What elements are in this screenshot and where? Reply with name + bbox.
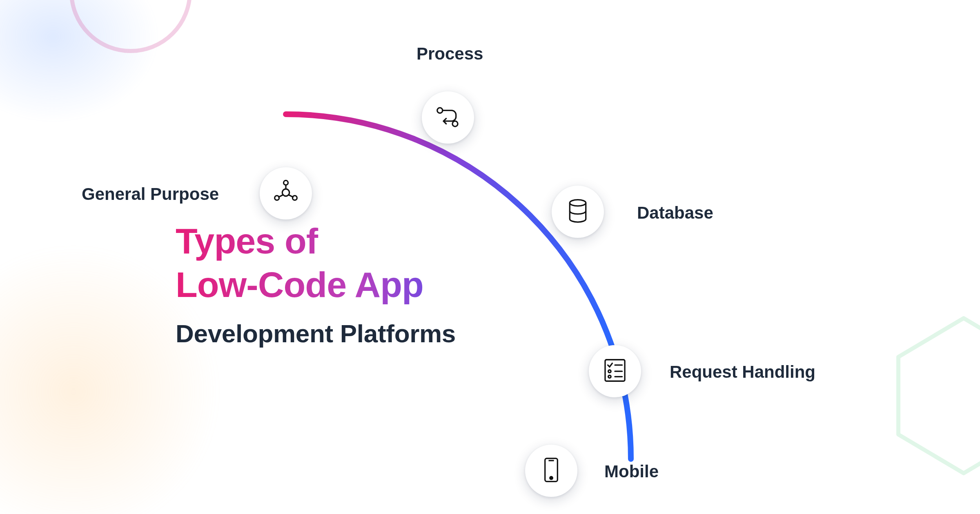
svg-point-7	[437, 108, 443, 113]
title-line-2: Low-Code App	[176, 264, 576, 305]
svg-point-18	[550, 476, 553, 479]
node-mobile	[525, 445, 577, 497]
svg-line-5	[289, 195, 293, 197]
node-process	[422, 91, 474, 144]
title-line-1: Types of	[176, 220, 576, 261]
diagram-canvas: General Purpose Process Database	[0, 0, 980, 514]
svg-point-12	[608, 370, 611, 373]
svg-point-14	[608, 375, 611, 378]
svg-point-3	[275, 196, 279, 200]
svg-point-9	[570, 200, 586, 206]
process-flow-icon	[434, 102, 462, 133]
title-subtitle: Development Platforms	[176, 319, 576, 348]
checklist-icon	[601, 356, 629, 386]
node-general-purpose	[260, 167, 312, 219]
svg-line-6	[279, 195, 283, 197]
label-general-purpose: General Purpose	[82, 184, 219, 204]
node-request-handling	[589, 345, 641, 397]
label-mobile: Mobile	[604, 462, 659, 481]
label-request-handling: Request Handling	[670, 362, 815, 382]
label-process: Process	[416, 44, 483, 64]
decorative-hexagon	[886, 310, 980, 481]
network-icon	[272, 178, 300, 208]
svg-point-2	[292, 196, 297, 200]
svg-point-8	[452, 121, 458, 126]
label-database: Database	[637, 203, 713, 223]
mobile-icon	[537, 456, 566, 486]
diagram-title: Types of Low-Code App Development Platfo…	[176, 220, 576, 348]
